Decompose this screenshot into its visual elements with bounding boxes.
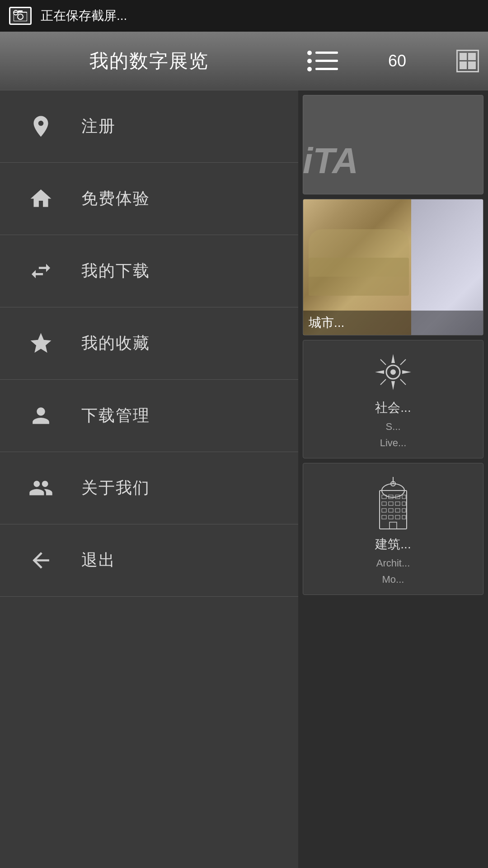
svg-marker-5	[391, 354, 395, 363]
arch-card-sub1: Archit...	[376, 557, 410, 569]
menu-item-logout[interactable]: 退出	[0, 524, 298, 597]
sidebar-header: 我的数字展览	[0, 32, 298, 90]
svg-rect-30	[389, 515, 393, 519]
menu-item-about[interactable]: 关于我们	[0, 452, 298, 524]
svg-line-9	[380, 359, 386, 365]
svg-line-10	[400, 359, 406, 365]
social-card[interactable]: 社会... S... Live...	[303, 340, 483, 458]
status-bar-text: 正在保存截屏...	[41, 7, 127, 24]
list-view-icon[interactable]	[307, 51, 338, 71]
menu-item-downloads[interactable]: 我的下载	[0, 235, 298, 307]
social-icon	[371, 349, 416, 395]
arch-card-sub2: Mo...	[382, 574, 404, 585]
svg-marker-8	[402, 370, 411, 374]
architecture-icon	[371, 472, 416, 531]
grid-view-icon[interactable]	[456, 50, 479, 72]
menu-item-free-trial[interactable]: 免费体验	[0, 163, 298, 235]
svg-rect-2	[18, 10, 23, 13]
svg-rect-31	[395, 515, 400, 519]
menu-item-download-manage[interactable]: 下载管理	[0, 380, 298, 452]
menu-label-favorites: 我的收藏	[81, 332, 150, 354]
star-icon	[27, 330, 54, 357]
status-bar: 正在保存截屏...	[0, 0, 488, 32]
arch-card[interactable]: 建筑... Archit... Mo...	[303, 463, 483, 595]
svg-rect-24	[402, 502, 406, 505]
svg-rect-20	[402, 495, 406, 499]
sidebar-title: 我的数字展览	[89, 48, 209, 74]
svg-rect-28	[402, 509, 406, 512]
screenshot-icon	[9, 7, 32, 25]
sidebar: 我的数字展览 注册 免费体验	[0, 32, 298, 868]
user-icon	[27, 402, 54, 429]
svg-marker-7	[375, 370, 384, 374]
svg-rect-27	[395, 509, 400, 512]
location-icon	[27, 113, 54, 140]
main-layout: 我的数字展览 注册 免费体验	[0, 32, 488, 868]
group-icon	[27, 475, 54, 502]
svg-rect-25	[382, 509, 386, 512]
svg-point-4	[391, 370, 395, 374]
city-card-label: 城市...	[309, 316, 344, 330]
right-panel-header: 60	[298, 32, 488, 90]
svg-rect-26	[389, 509, 393, 512]
menu-label-logout: 退出	[81, 549, 116, 571]
right-panel: 60	[298, 32, 488, 868]
svg-rect-21	[382, 502, 386, 505]
back-arrow-icon	[27, 547, 54, 574]
svg-marker-6	[391, 381, 395, 390]
city-card[interactable]: 城市...	[303, 199, 483, 335]
menu-label-download-manage: 下载管理	[81, 405, 150, 427]
svg-rect-22	[389, 502, 393, 505]
menu-item-favorites[interactable]: 我的收藏	[0, 307, 298, 380]
svg-point-1	[18, 14, 23, 19]
arch-card-title: 建筑...	[375, 536, 411, 553]
svg-line-11	[380, 379, 386, 385]
social-card-sub2: Live...	[380, 437, 407, 449]
menu-label-about: 关于我们	[81, 477, 150, 499]
city-card-image: 城市...	[303, 199, 483, 335]
ita-text: iTA	[303, 140, 358, 182]
svg-rect-32	[402, 515, 406, 519]
menu-item-register[interactable]: 注册	[0, 90, 298, 163]
home-icon	[27, 185, 54, 212]
svg-rect-29	[382, 515, 386, 519]
social-card-title: 社会...	[375, 399, 411, 416]
menu-label-free-trial: 免费体验	[81, 188, 150, 210]
item-count: 60	[388, 52, 406, 71]
social-card-sub1: S...	[385, 421, 400, 433]
transfer-icon	[27, 258, 54, 285]
svg-rect-33	[389, 522, 397, 529]
menu-label-downloads: 我的下载	[81, 260, 150, 282]
svg-line-12	[400, 379, 406, 385]
menu-label-register: 注册	[81, 115, 116, 137]
svg-rect-23	[395, 502, 400, 505]
